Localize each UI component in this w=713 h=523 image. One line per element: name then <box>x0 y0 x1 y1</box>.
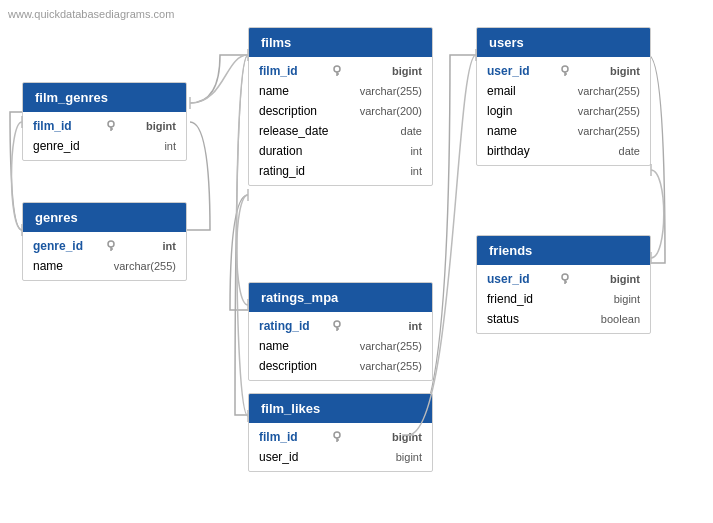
table-row: name varchar(255) <box>477 121 650 141</box>
watermark-text: www.quickdatabasediagrams.com <box>8 8 174 20</box>
table-film-genres-header: film_genres <box>23 83 186 112</box>
key-icon <box>107 120 119 132</box>
table-film-likes: film_likes film_id bigint user_id bigint <box>248 393 433 472</box>
table-ratings-mpa-header: ratings_mpa <box>249 283 432 312</box>
table-ratings-mpa: ratings_mpa rating_id int name varchar(2… <box>248 282 433 381</box>
table-row: film_id bigint <box>249 61 432 81</box>
table-row: birthday date <box>477 141 650 161</box>
table-row: film_id bigint <box>23 116 186 136</box>
table-friends-header: friends <box>477 236 650 265</box>
table-row: user_id bigint <box>249 447 432 467</box>
key-icon <box>333 320 345 332</box>
svg-point-0 <box>108 121 114 127</box>
svg-point-3 <box>108 241 114 247</box>
table-users: users user_id bigint email varchar(255) … <box>476 27 651 166</box>
svg-point-18 <box>562 274 568 280</box>
table-row: status boolean <box>477 309 650 329</box>
table-row: friend_id bigint <box>477 289 650 309</box>
table-films-header: films <box>249 28 432 57</box>
table-row: release_date date <box>249 121 432 141</box>
table-row: login varchar(255) <box>477 101 650 121</box>
svg-point-15 <box>562 66 568 72</box>
table-film-likes-header: film_likes <box>249 394 432 423</box>
table-row: film_id bigint <box>249 427 432 447</box>
table-row: rating_id int <box>249 161 432 181</box>
table-row: user_id bigint <box>477 61 650 81</box>
table-row: email varchar(255) <box>477 81 650 101</box>
table-row: name varchar(255) <box>249 336 432 356</box>
table-row: description varchar(255) <box>249 356 432 376</box>
table-friends: friends user_id bigint friend_id bigint … <box>476 235 651 334</box>
table-row: name varchar(255) <box>23 256 186 276</box>
table-films: films film_id bigint name varchar(255) d… <box>248 27 433 186</box>
key-icon <box>333 431 345 443</box>
svg-point-6 <box>334 66 340 72</box>
table-users-header: users <box>477 28 650 57</box>
key-icon <box>561 273 573 285</box>
table-row: description varchar(200) <box>249 101 432 121</box>
table-row: rating_id int <box>249 316 432 336</box>
table-row: duration int <box>249 141 432 161</box>
table-genres-header: genres <box>23 203 186 232</box>
diagram: www.quickdatabasediagrams.com film_genre… <box>0 0 713 523</box>
table-row: genre_id int <box>23 236 186 256</box>
table-film-genres: film_genres film_id bigint genre_id int <box>22 82 187 161</box>
table-genres: genres genre_id int name varchar(255) <box>22 202 187 281</box>
svg-point-9 <box>334 321 340 327</box>
table-row: user_id bigint <box>477 269 650 289</box>
key-icon <box>561 65 573 77</box>
svg-point-12 <box>334 432 340 438</box>
key-icon <box>333 65 345 77</box>
table-row: name varchar(255) <box>249 81 432 101</box>
key-icon <box>107 240 119 252</box>
table-row: genre_id int <box>23 136 186 156</box>
